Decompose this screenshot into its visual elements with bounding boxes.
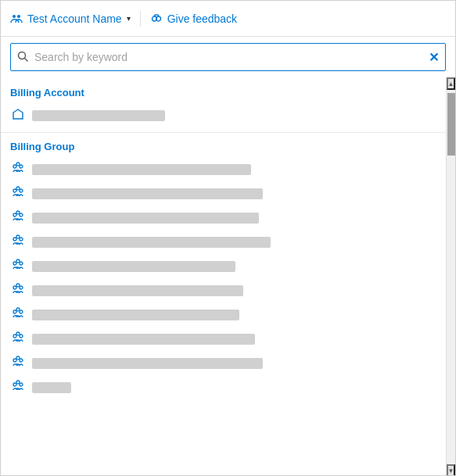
list-item-bar [32, 213, 259, 224]
svg-point-33 [16, 332, 20, 335]
account-icon [10, 12, 23, 26]
svg-point-0 [13, 15, 16, 18]
search-input[interactable] [34, 51, 422, 63]
list-item-bar [32, 358, 263, 369]
billing-group-icon [10, 380, 26, 395]
svg-point-21 [16, 235, 20, 238]
header: Test Account Name ▾ Give feedback [1, 1, 455, 37]
list-item-bar [32, 285, 243, 296]
svg-point-14 [20, 189, 23, 192]
svg-point-11 [20, 165, 23, 168]
header-divider [140, 11, 141, 27]
svg-point-17 [20, 213, 23, 217]
list-item[interactable] [1, 103, 446, 127]
svg-point-35 [20, 359, 23, 362]
list-item[interactable] [1, 351, 446, 375]
list-area: Billing Account Billing Group [1, 77, 446, 476]
section-separator [1, 132, 446, 133]
svg-point-28 [13, 310, 16, 313]
svg-marker-9 [13, 109, 23, 119]
account-name: Test Account Name [27, 13, 122, 25]
billing-group-icon [10, 307, 26, 322]
list-item-bar [32, 334, 255, 345]
svg-point-29 [20, 310, 23, 313]
svg-point-27 [16, 284, 20, 287]
list-item[interactable] [1, 302, 446, 327]
billing-account-header: Billing Account [1, 84, 446, 103]
billing-group-header: Billing Group [1, 138, 446, 157]
svg-point-37 [13, 383, 16, 386]
feedback-icon [150, 12, 163, 26]
list-item[interactable] [1, 375, 446, 399]
scrollbar-thumb[interactable] [447, 93, 455, 156]
billing-group-icon [10, 234, 26, 249]
svg-point-38 [20, 383, 23, 386]
svg-point-22 [13, 262, 16, 265]
list-item-bar [32, 310, 239, 320]
svg-point-30 [16, 308, 20, 311]
svg-point-24 [16, 259, 20, 263]
list-item-bar [32, 261, 235, 272]
svg-point-34 [13, 359, 16, 362]
feedback-label: Give feedback [167, 13, 238, 25]
svg-point-13 [13, 189, 16, 192]
svg-point-12 [16, 163, 20, 166]
svg-point-18 [16, 211, 20, 214]
svg-point-26 [20, 286, 23, 289]
billing-account-icon [10, 108, 26, 123]
svg-point-16 [13, 213, 16, 217]
list-item-bar [32, 382, 71, 393]
billing-group-icon [10, 283, 26, 298]
list-item[interactable] [1, 254, 446, 278]
billing-group-icon [10, 210, 26, 225]
svg-point-1 [17, 15, 20, 18]
clear-search-button[interactable]: ✕ [422, 50, 445, 65]
list-item[interactable] [1, 327, 446, 351]
billing-group-icon [10, 186, 26, 201]
list-item-bar [32, 237, 271, 248]
search-bar: ✕ [10, 43, 446, 71]
svg-point-25 [13, 286, 16, 289]
svg-point-23 [20, 262, 23, 265]
chevron-down-icon: ▾ [127, 14, 131, 23]
svg-point-31 [13, 335, 16, 338]
content-area: Billing Account Billing Group [1, 77, 455, 476]
billing-group-icon [10, 356, 26, 370]
list-item[interactable] [1, 278, 446, 302]
billing-group-icon [10, 259, 26, 274]
list-item[interactable] [1, 181, 446, 206]
scrollbar-track: ▲ ▼ [446, 77, 455, 476]
svg-point-19 [13, 238, 16, 241]
account-section[interactable]: Test Account Name ▾ [10, 12, 131, 26]
list-item[interactable] [1, 157, 446, 181]
svg-point-15 [16, 187, 20, 190]
svg-line-8 [25, 58, 28, 61]
svg-point-39 [16, 381, 20, 384]
list-item-bar [32, 164, 251, 175]
svg-point-36 [16, 356, 20, 360]
list-item-bar [32, 188, 263, 199]
billing-group-icon [10, 331, 26, 346]
svg-point-32 [20, 335, 23, 338]
list-item[interactable] [1, 206, 446, 230]
billing-account-bar [32, 110, 165, 121]
billing-group-icon [10, 162, 26, 177]
scrollbar-up-button[interactable]: ▲ [447, 77, 455, 90]
scrollbar-down-button[interactable]: ▼ [447, 464, 455, 476]
list-item[interactable] [1, 230, 446, 254]
svg-point-20 [20, 238, 23, 241]
svg-point-10 [13, 165, 16, 168]
search-icon [11, 51, 34, 64]
feedback-section[interactable]: Give feedback [150, 12, 238, 26]
